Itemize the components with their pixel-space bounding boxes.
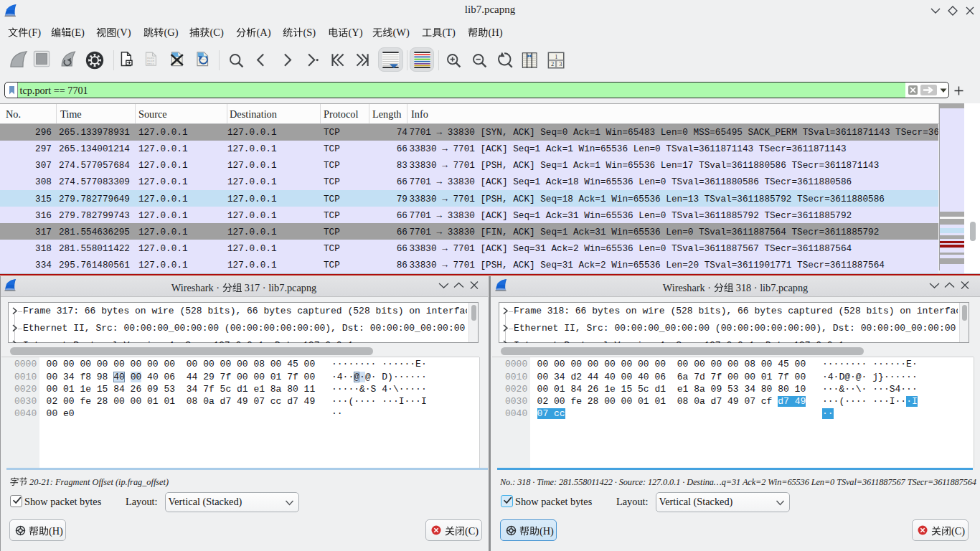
svg-text:0011: 0011 bbox=[147, 62, 154, 65]
svg-text:1: 1 bbox=[555, 54, 557, 60]
svg-text:3: 3 bbox=[559, 61, 562, 67]
svg-text:2: 2 bbox=[551, 61, 554, 67]
